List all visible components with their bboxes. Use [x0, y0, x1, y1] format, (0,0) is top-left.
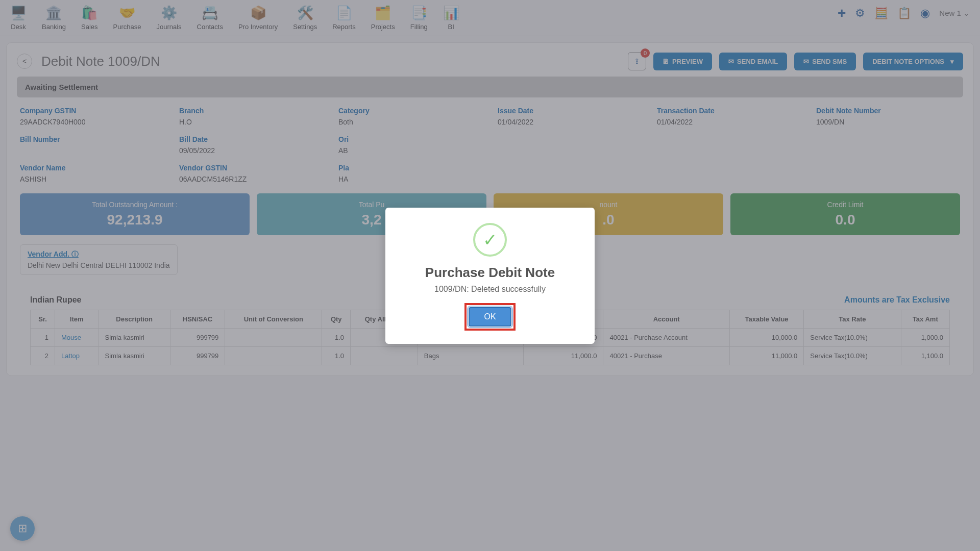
check-icon: ✓ [473, 223, 507, 257]
modal-message: 1009/DN: Deleted successfully [401, 285, 579, 294]
modal-title: Purchase Debit Note [401, 265, 579, 281]
ok-button[interactable]: OK [469, 307, 511, 327]
success-modal: ✓ Purchase Debit Note 1009/DN: Deleted s… [385, 208, 595, 344]
modal-overlay: ✓ Purchase Debit Note 1009/DN: Deleted s… [0, 0, 980, 382]
ok-highlight-box: OK [464, 303, 515, 331]
